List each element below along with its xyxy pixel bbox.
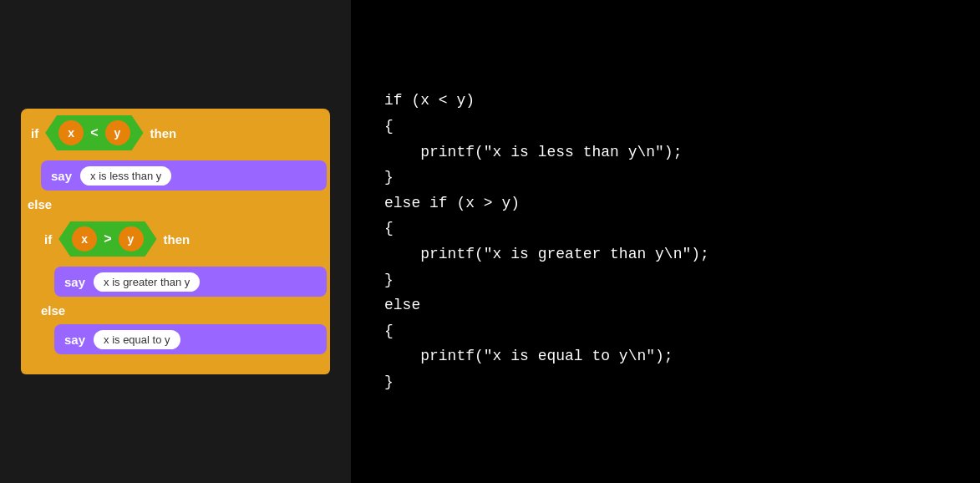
else-keyword-1: else <box>28 197 52 211</box>
code-line-3: printf("x is less than y\n"); <box>384 140 709 165</box>
if-block-2-header: if x > y then <box>34 215 330 263</box>
scratch-blocks: if x < y then say x is less than y else … <box>21 109 330 374</box>
say-text-2: x is greater than y <box>94 272 200 292</box>
code-line-1: if (x < y) <box>384 88 709 114</box>
say-block-2: say x is greater than y <box>54 267 327 297</box>
say-text-3: x is equal to y <box>94 330 180 349</box>
say-block-2-row: say x is greater than y <box>34 263 330 300</box>
then-keyword-1: then <box>150 126 177 140</box>
code-line-12: } <box>384 369 709 395</box>
var-y-1: y <box>105 120 130 145</box>
say-text-1: x is less than y <box>80 166 171 186</box>
code-display: if (x < y) { printf("x is less than y\n"… <box>384 88 709 394</box>
var-y-2: y <box>119 226 144 252</box>
code-line-7: printf("x is greater than y\n"); <box>384 242 709 267</box>
code-line-9: else <box>384 292 709 318</box>
operator-gt: > <box>104 231 111 247</box>
condition-diamond-2: x > y <box>58 221 156 257</box>
code-line-4: } <box>384 165 709 191</box>
if-keyword-1: if <box>31 126 38 140</box>
if-block-1-header: if x < y then <box>21 109 330 157</box>
nested-section-1: if x > y then say x is greater than y el… <box>21 215 330 366</box>
if-keyword-2: if <box>44 232 52 247</box>
code-line-11: printf("x is equal to y\n"); <box>384 343 709 369</box>
say-keyword-1: say <box>51 169 72 183</box>
code-line-10: { <box>384 318 709 344</box>
say-keyword-3: say <box>64 333 85 347</box>
code-line-2: { <box>384 114 709 140</box>
code-line-5: else if (x > y) <box>384 191 709 216</box>
code-line-6: { <box>384 216 709 242</box>
var-x-2: x <box>72 226 97 252</box>
else-keyword-2: else <box>41 303 65 318</box>
else-row-1: else <box>21 194 330 215</box>
say-keyword-2: say <box>64 275 85 289</box>
say-block-1: say x is less than y <box>41 160 327 191</box>
right-panel: if (x < y) { printf("x is less than y\n"… <box>351 0 980 483</box>
condition-diamond-1: x < y <box>45 115 143 150</box>
var-x-1: x <box>58 120 84 145</box>
then-keyword-2: then <box>164 232 190 247</box>
code-line-8: } <box>384 267 709 293</box>
else-row-2: else <box>34 300 330 321</box>
say-block-3-row: say x is equal to y <box>34 321 330 358</box>
end-cap-outer <box>21 366 330 374</box>
left-panel: if x < y then say x is less than y else … <box>0 0 351 483</box>
say-block-1-row: say x is less than y <box>21 157 330 194</box>
say-block-3: say x is equal to y <box>54 324 327 354</box>
end-cap-nested <box>34 358 330 366</box>
operator-lt: < <box>90 125 98 140</box>
